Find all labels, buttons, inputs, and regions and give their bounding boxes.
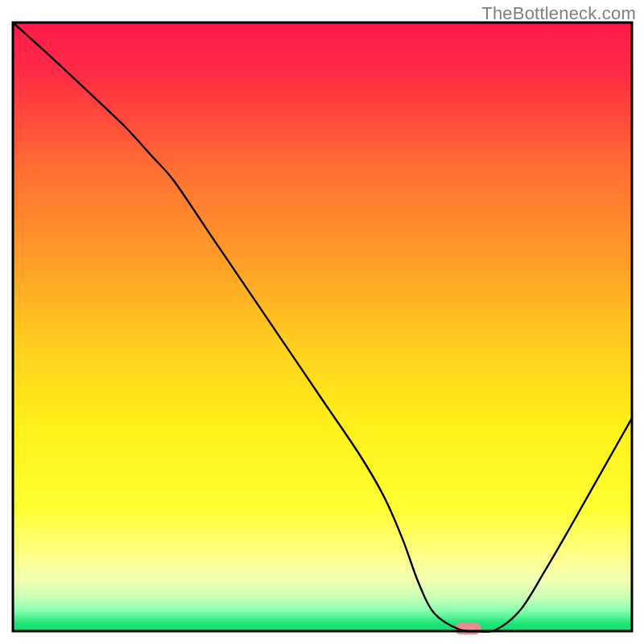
chart-svg (0, 0, 644, 644)
watermark-text: TheBottleneck.com (481, 3, 636, 24)
chart-background (13, 23, 632, 631)
bottleneck-chart: TheBottleneck.com (0, 0, 644, 644)
